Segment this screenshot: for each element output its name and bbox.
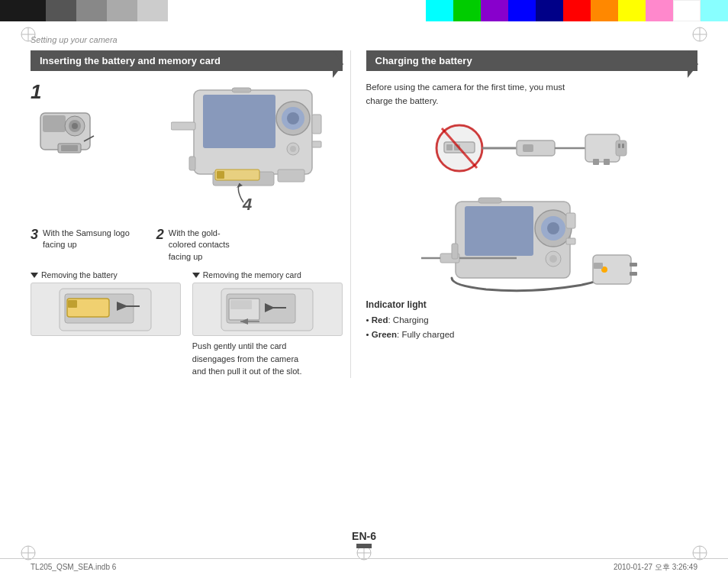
color-swatch-darkgray	[46, 0, 76, 21]
svg-rect-71	[478, 198, 501, 203]
triangle-icon-memory	[192, 273, 200, 278]
remove-memory-section: Removing the memory card	[192, 270, 343, 378]
color-swatch-violet	[481, 0, 508, 21]
color-swatch-yellow	[618, 0, 646, 21]
svg-rect-36	[312, 115, 321, 134]
color-swatch-lightgray	[107, 0, 137, 21]
color-bar-spacer	[168, 0, 426, 21]
left-section-header-text: Inserting the battery and memory card	[40, 55, 221, 66]
svg-point-79	[549, 255, 557, 263]
svg-point-74	[547, 222, 559, 234]
svg-point-29	[290, 146, 296, 152]
remove-battery-section: Removing the memory card Removing the ba…	[31, 270, 181, 378]
triangle-icon-battery	[31, 273, 38, 278]
indicator-red-desc: : Charging	[388, 315, 428, 325]
color-swatch-pink	[646, 0, 673, 21]
left-section-header: Inserting the battery and memory card	[31, 50, 343, 71]
indicator-red: • Red: Charging	[366, 313, 697, 328]
remove-battery-label-text: Removing the battery	[41, 270, 118, 279]
svg-rect-63	[585, 134, 620, 162]
svg-rect-32	[217, 171, 224, 179]
svg-rect-57	[446, 144, 453, 150]
camera-charge-diagram	[366, 186, 697, 293]
color-swatch-red	[563, 0, 591, 21]
color-bar	[0, 0, 728, 21]
charge-text: Before using the camera for the first ti…	[366, 80, 697, 108]
right-section-header: Charging the battery	[366, 50, 697, 71]
page-number: EN-6	[352, 530, 376, 542]
svg-rect-61	[517, 141, 555, 156]
charge-top-diagram	[366, 118, 697, 179]
step2-item: 2 With the gold-colored contactsfacing u…	[156, 228, 230, 263]
color-swatch-blue	[508, 0, 536, 21]
page-number-container: EN-6	[352, 530, 376, 548]
indicator-green-label: Green	[372, 330, 397, 339]
step1-number: 1	[31, 80, 41, 104]
svg-rect-16	[43, 115, 66, 132]
color-swatch-green	[453, 0, 481, 21]
indicator-title: Indicator light	[366, 299, 697, 310]
step3-desc: With the Samsung logofacing up	[43, 228, 130, 263]
svg-rect-40	[189, 157, 195, 170]
steps-row: 3 With the Samsung logofacing up 2 With …	[31, 228, 343, 263]
svg-rect-66	[616, 141, 627, 156]
svg-text:4: 4	[241, 195, 251, 214]
svg-rect-50	[230, 300, 252, 309]
footer: TL205_QSM_SEA.indb 6 2010-01-27 오후 3:26:…	[0, 558, 728, 575]
svg-rect-64	[593, 159, 599, 165]
svg-rect-21	[61, 145, 78, 151]
push-text: Push gently until the carddisengages fro…	[192, 340, 343, 378]
right-section-header-text: Charging the battery	[375, 55, 472, 66]
svg-rect-62	[523, 144, 533, 152]
step3-item: 3 With the Samsung logofacing up	[31, 228, 130, 263]
indicator-green-desc: : Fully charged	[397, 330, 454, 339]
remove-memory-label-text: Removing the memory card	[203, 270, 301, 279]
remove-sections: Removing the memory card Removing the ba…	[31, 270, 343, 378]
color-swatch-cyan	[426, 0, 453, 21]
color-swatch-black	[0, 0, 46, 21]
footer-right: 2010-01-27 오후 3:26:49	[614, 562, 697, 573]
svg-rect-65	[604, 159, 610, 165]
footer-left: TL205_QSM_SEA.indb 6	[31, 563, 116, 571]
battery-diagram-area: 1	[31, 80, 343, 221]
svg-rect-39	[171, 122, 195, 130]
page-content: Setting up your camera Inserting the bat…	[0, 21, 728, 558]
svg-rect-83	[630, 272, 637, 276]
step2-number: 2	[156, 228, 164, 263]
page-bar	[356, 544, 372, 548]
svg-rect-68	[622, 144, 624, 148]
color-swatch-lightcyan	[701, 0, 728, 21]
svg-rect-80	[452, 244, 458, 259]
right-column: Charging the battery Before using the ca…	[351, 50, 697, 378]
left-header-arrow	[333, 50, 343, 78]
indicator-section: Indicator light • Red: Charging • Green:…	[366, 299, 697, 343]
color-swatch-silver	[137, 0, 168, 21]
svg-rect-76	[566, 238, 575, 244]
svg-rect-24	[203, 95, 275, 148]
remove-memory-label: Removing the memory card	[192, 270, 343, 279]
svg-point-27	[287, 112, 299, 124]
svg-rect-82	[630, 263, 637, 267]
svg-rect-44	[68, 300, 77, 308]
svg-rect-67	[618, 144, 620, 148]
svg-rect-37	[312, 141, 321, 147]
columns-container: Inserting the battery and memory card 1	[31, 50, 697, 378]
section-title: Setting up your camera	[31, 35, 697, 44]
step3-number: 3	[31, 228, 38, 263]
color-swatch-gray	[76, 0, 107, 21]
svg-rect-81	[593, 255, 631, 284]
color-swatch-white	[673, 0, 701, 21]
svg-rect-70	[465, 206, 533, 256]
camera-main-diagram: 4	[171, 84, 339, 218]
left-column: Inserting the battery and memory card 1	[31, 50, 351, 378]
svg-rect-75	[566, 213, 575, 228]
step2-desc: With the gold-colored contactsfacing up	[169, 228, 230, 263]
camera-small-diagram	[37, 102, 98, 163]
indicator-red-label: Red	[372, 315, 388, 325]
color-swatch-darkblue	[536, 0, 563, 21]
svg-rect-33	[278, 170, 304, 182]
indicator-green: • Green: Fully charged	[366, 328, 697, 343]
svg-rect-38	[232, 88, 251, 92]
right-header-arrow	[688, 50, 698, 78]
svg-point-19	[72, 123, 78, 129]
